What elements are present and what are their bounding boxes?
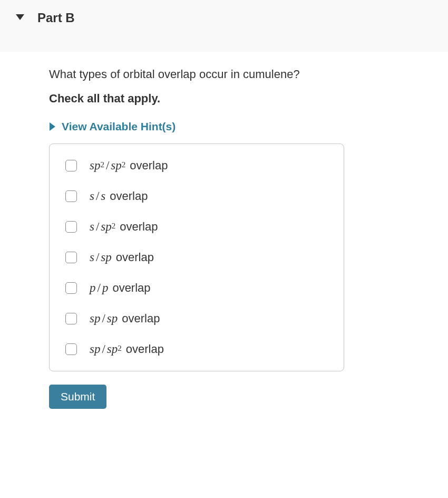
option-checkbox[interactable] (65, 190, 77, 202)
chevron-right-icon (50, 122, 55, 131)
option-row: sp2 / sp2 overlap (65, 159, 328, 173)
part-header: Part B (0, 0, 448, 52)
option-label: s / s overlap (90, 189, 148, 203)
option-label: s / sp2 overlap (90, 220, 158, 234)
option-label: sp / sp overlap (90, 312, 160, 325)
option-row: s / s overlap (65, 189, 328, 203)
option-label: s / sp overlap (90, 251, 154, 264)
option-row: s / sp overlap (65, 251, 328, 264)
submit-button[interactable]: Submit (49, 385, 106, 409)
option-row: s / sp2 overlap (65, 220, 328, 234)
option-label: sp2 / sp2 overlap (90, 159, 168, 173)
option-checkbox[interactable] (65, 160, 77, 171)
option-row: p / p overlap (65, 281, 328, 295)
options-container: sp2 / sp2 overlap s / s overlap s / sp2 … (49, 143, 344, 371)
option-row: sp / sp overlap (65, 312, 328, 325)
option-checkbox[interactable] (65, 252, 77, 263)
question-text: What types of orbital overlap occur in c… (49, 68, 448, 81)
option-label: sp / sp2 overlap (90, 342, 164, 356)
option-checkbox[interactable] (65, 221, 77, 233)
option-label: p / p overlap (90, 281, 151, 295)
option-checkbox[interactable] (65, 343, 77, 355)
hints-toggle[interactable]: View Available Hint(s) (49, 120, 448, 133)
hints-label: View Available Hint(s) (62, 120, 176, 133)
part-title: Part B (37, 11, 75, 25)
option-checkbox[interactable] (65, 282, 77, 294)
collapse-icon[interactable] (16, 14, 24, 20)
option-checkbox[interactable] (65, 313, 77, 324)
instruction-text: Check all that apply. (49, 92, 448, 106)
question-content: What types of orbital overlap occur in c… (0, 52, 448, 425)
option-row: sp / sp2 overlap (65, 342, 328, 356)
